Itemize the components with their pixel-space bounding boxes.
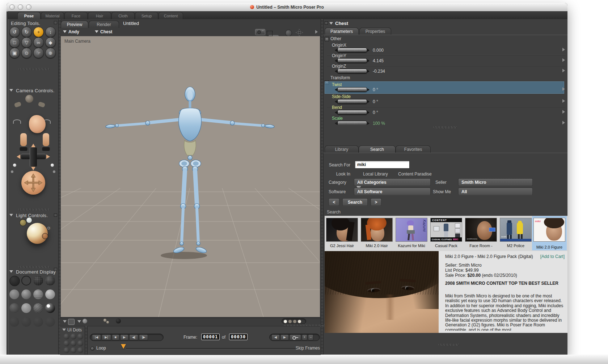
display-style-hiddenline-button[interactable] bbox=[45, 276, 55, 285]
step-forward-button[interactable]: |▶ bbox=[139, 334, 148, 340]
editing-tools-collapse-widget[interactable] bbox=[54, 21, 57, 24]
document-display-collapse-icon[interactable] bbox=[9, 270, 13, 273]
ui-dot-4[interactable] bbox=[64, 340, 69, 346]
tab-content[interactable]: Content bbox=[159, 12, 183, 20]
jack-3d-icon[interactable] bbox=[295, 29, 303, 37]
search-input[interactable]: miki bbox=[355, 161, 410, 169]
result-item[interactable]: smith M2 Police bbox=[500, 218, 532, 248]
display-style-extra-1[interactable] bbox=[9, 317, 19, 327]
frame-total-field[interactable]: 00030 bbox=[229, 334, 248, 340]
tab-material[interactable]: Material bbox=[41, 12, 64, 20]
magnifier-tool-button[interactable]: ⊙ bbox=[21, 48, 32, 58]
depth-cue-menu-arrow[interactable] bbox=[63, 320, 67, 323]
result-thumbnail[interactable]: CONTENT CASUAL CLOTHES MIKI bbox=[431, 218, 462, 241]
mini-sphere-icon-1[interactable] bbox=[104, 319, 106, 322]
page-icon[interactable] bbox=[68, 319, 75, 325]
camera-point-right-icon[interactable] bbox=[46, 155, 50, 159]
timeline-position-marker[interactable] bbox=[121, 344, 126, 349]
camera-controls-collapse-icon[interactable] bbox=[9, 89, 13, 92]
param-menu-arrow-sideside[interactable] bbox=[562, 99, 565, 103]
ui-dot-1[interactable] bbox=[64, 334, 69, 339]
result-thumbnail[interactable]: miki bbox=[534, 218, 565, 241]
tab-properties[interactable]: Properties bbox=[359, 27, 391, 35]
display-dot-1[interactable] bbox=[284, 320, 287, 323]
mini-sphere-icon-2[interactable] bbox=[106, 321, 109, 323]
result-item[interactable]: CONTENT CASUAL CLOTHES MIKI Casual Pack bbox=[431, 218, 463, 248]
ui-dot-9[interactable] bbox=[77, 347, 83, 353]
params-library-splitter[interactable] bbox=[434, 126, 457, 128]
tab-cloth[interactable]: Cloth bbox=[111, 12, 135, 20]
param-value-originy[interactable]: 4.145 bbox=[373, 58, 384, 63]
param-menu-arrow-originy[interactable] bbox=[562, 58, 565, 62]
twist-tool-button[interactable]: ↻ bbox=[21, 27, 32, 37]
play-button[interactable]: ▶ bbox=[120, 334, 128, 340]
timeline-track[interactable] bbox=[126, 348, 307, 349]
display-dot-3[interactable] bbox=[293, 320, 296, 323]
display-style-texture-button[interactable] bbox=[33, 303, 43, 313]
seller-dropdown[interactable]: Smith Micro bbox=[458, 178, 533, 186]
parameters-collapse-widget[interactable] bbox=[325, 21, 328, 25]
tab-favorites[interactable]: Favorites bbox=[396, 145, 431, 153]
display-dot-4[interactable] bbox=[298, 320, 301, 323]
display-style-silhouette-button[interactable] bbox=[9, 276, 20, 286]
loop-toggle[interactable] bbox=[90, 347, 94, 351]
display-style-flatlined-button[interactable] bbox=[33, 289, 43, 299]
actor-menu[interactable]: Andy bbox=[68, 29, 79, 34]
title-bar[interactable]: Untitled – Smith Micro Poser Pro bbox=[7, 3, 567, 12]
prev-page-button[interactable]: < bbox=[329, 198, 339, 206]
prev-key-button[interactable]: ◀ bbox=[271, 334, 280, 340]
edit-keyframes-button[interactable] bbox=[290, 334, 301, 340]
light-indicator-1[interactable] bbox=[20, 219, 26, 226]
display-style-outline-button[interactable] bbox=[21, 276, 31, 285]
tab-face[interactable]: Face bbox=[64, 12, 88, 20]
orb-icon[interactable] bbox=[285, 30, 292, 37]
camera-dot-left-2[interactable] bbox=[11, 170, 13, 173]
tab-hair[interactable]: Hair bbox=[88, 12, 111, 20]
sidebar-section-ripple-2[interactable] bbox=[19, 208, 49, 211]
display-style-extra-4[interactable] bbox=[45, 317, 55, 327]
camera-dot-left[interactable] bbox=[13, 164, 16, 167]
camera-controls-cluster[interactable] bbox=[8, 92, 58, 195]
param-dial-originx[interactable] bbox=[335, 48, 370, 52]
add-to-cart-link[interactable]: [Add to Cart] bbox=[525, 254, 565, 259]
param-value-originx[interactable]: 0.000 bbox=[373, 48, 384, 53]
actor-collapse-icon[interactable] bbox=[329, 22, 333, 25]
translate-inout-tool-button[interactable]: ↕ bbox=[45, 27, 56, 37]
group-other-collapse[interactable] bbox=[325, 37, 329, 41]
ui-dot-7[interactable] bbox=[64, 347, 69, 353]
result-thumbnail[interactable] bbox=[326, 218, 358, 241]
rotate-tool-button[interactable]: ↺ bbox=[9, 27, 20, 37]
tab-parameters[interactable]: Parameters bbox=[325, 27, 359, 35]
grouping-tool-button[interactable]: ▣ bbox=[9, 48, 20, 58]
param-dial-sideside[interactable] bbox=[335, 99, 370, 104]
light-controls-collapse-icon[interactable] bbox=[9, 214, 13, 216]
delete-keyframe-button[interactable]: − bbox=[308, 334, 313, 340]
next-key-button[interactable]: ▶ bbox=[280, 334, 289, 340]
viewport[interactable]: Main Camera bbox=[61, 36, 320, 317]
document-display-collapse-widget[interactable] bbox=[54, 268, 57, 271]
result-thumbnail[interactable]: smithmicro bbox=[465, 218, 497, 241]
tab-preview[interactable]: Preview bbox=[61, 21, 88, 28]
morph-tool-button[interactable]: ∞ bbox=[33, 37, 44, 48]
result-item[interactable]: G2 Jessi Hair bbox=[326, 218, 358, 248]
result-thumbnail[interactable]: Kazumi bbox=[396, 218, 427, 241]
param-value-bend[interactable]: 0 ° bbox=[373, 110, 378, 115]
sidebar-section-ripple[interactable] bbox=[19, 68, 49, 70]
show-me-dropdown[interactable]: All bbox=[458, 188, 533, 195]
scale-tool-button[interactable]: □ bbox=[9, 37, 20, 48]
camera-dot-right[interactable] bbox=[51, 164, 54, 167]
depth-cue-tool-button[interactable]: ⊕ bbox=[45, 48, 56, 58]
ui-dot-6[interactable] bbox=[77, 340, 83, 346]
param-menu-arrow-bend[interactable] bbox=[562, 110, 565, 114]
display-style-extra-2[interactable] bbox=[21, 317, 31, 327]
result-item[interactable]: Kazumi Kazumi for Miki bbox=[396, 218, 428, 248]
param-dial-originz[interactable] bbox=[335, 69, 370, 73]
translate-tool-button[interactable]: + bbox=[33, 27, 44, 37]
head-camera-icon[interactable] bbox=[29, 115, 46, 133]
camera-dot-right-2[interactable] bbox=[53, 170, 55, 173]
param-menu-arrow-originx[interactable] bbox=[562, 48, 565, 51]
element-menu[interactable]: Chest bbox=[100, 29, 112, 34]
left-hand-camera-icon[interactable] bbox=[14, 102, 22, 108]
tracking-ball-icon[interactable] bbox=[83, 319, 87, 323]
display-style-smoothshaded-button[interactable] bbox=[45, 289, 55, 299]
